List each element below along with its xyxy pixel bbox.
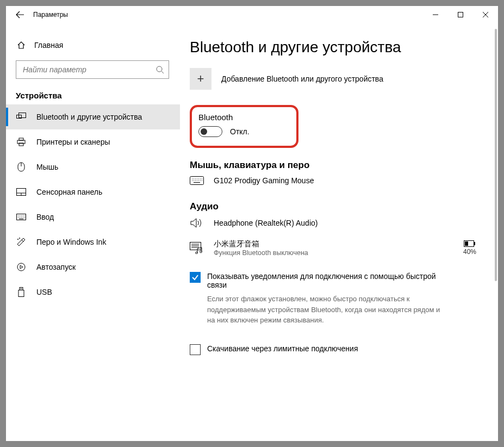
nav-label: Перо и Windows Ink: [36, 238, 106, 246]
close-icon: [483, 12, 488, 17]
back-button[interactable]: [11, 6, 29, 23]
swift-pair-help: Если этот флажок установлен, можно быстр…: [207, 294, 441, 326]
device-headphone-row[interactable]: Headphone (Realtek(R) Audio): [190, 218, 476, 228]
scrollbar-thumb[interactable]: [495, 29, 497, 281]
nav-label: Мышь: [36, 163, 58, 171]
device-mouse-row[interactable]: G102 Prodigy Gaming Mouse: [190, 176, 476, 185]
scrollbar[interactable]: [495, 29, 497, 436]
touchpad-icon: [16, 188, 27, 196]
bluetooth-devices-icon: [16, 113, 27, 121]
battery-icon: [464, 240, 476, 247]
svg-rect-25: [474, 242, 475, 245]
window-buttons: [423, 6, 498, 23]
metered-checkbox[interactable]: [190, 344, 201, 355]
battery-percent: 40%: [463, 248, 476, 256]
nav-label: Принтеры и сканеры: [36, 138, 110, 146]
nav-autoplay[interactable]: Автозапуск: [6, 254, 180, 280]
swift-pair-label: Показывать уведомления для подключения с…: [207, 272, 441, 289]
svg-rect-0: [458, 13, 463, 17]
mouse-icon: [16, 162, 27, 172]
nav-label: Автозапуск: [36, 263, 76, 271]
nav-label: Сенсорная панель: [36, 188, 102, 196]
svg-rect-5: [19, 138, 23, 140]
back-arrow-icon: [16, 10, 24, 19]
search-box[interactable]: [16, 60, 169, 79]
nav-pen[interactable]: Перо и Windows Ink: [6, 229, 180, 254]
swift-pair-checkbox[interactable]: [190, 272, 201, 283]
check-icon: [191, 274, 199, 281]
bluetooth-label: Bluetooth: [198, 113, 280, 122]
svg-rect-17: [18, 290, 24, 297]
nav-list: Bluetooth и другие устройства Принтеры и…: [6, 104, 180, 305]
svg-point-15: [17, 263, 25, 271]
svg-point-13: [17, 239, 18, 240]
svg-point-1: [157, 66, 162, 72]
nav-touchpad[interactable]: Сенсорная панель: [6, 179, 180, 204]
bluetooth-toggle[interactable]: [198, 126, 222, 137]
maximize-icon: [458, 12, 463, 17]
keyboard-device-icon: [190, 176, 204, 185]
svg-rect-16: [20, 288, 23, 290]
sidebar: Главная Устройства Bluetooth и другие ус…: [6, 23, 180, 441]
add-device-row[interactable]: + Добавление Bluetooth или другого устро…: [190, 68, 476, 90]
settings-window: Параметры Главная: [6, 6, 498, 441]
device-mouse-name: G102 Prodigy Gaming Mouse: [214, 176, 314, 185]
nav-label: Bluetooth и другие устройства: [36, 113, 142, 121]
nav-label: Ввод: [36, 213, 54, 221]
device-speaker-sub: Функция Bluetooth выключена: [214, 249, 308, 257]
minimize-button[interactable]: [423, 6, 448, 23]
media-device-icon: [190, 242, 204, 254]
close-button[interactable]: [473, 6, 498, 23]
device-speaker-name: 小米蓝牙音箱: [214, 239, 308, 249]
nav-label: USB: [36, 288, 52, 296]
minimize-icon: [433, 12, 438, 17]
keyboard-icon: [16, 214, 27, 220]
main-content: Bluetooth и другие устройства + Добавлен…: [180, 23, 498, 441]
metered-row[interactable]: Скачивание через лимитные подключения: [190, 344, 476, 355]
titlebar: Параметры: [6, 6, 498, 23]
nav-bluetooth[interactable]: Bluetooth и другие устройства: [6, 104, 180, 129]
nav-mouse[interactable]: Мышь: [6, 154, 180, 179]
add-device-label: Добавление Bluetooth или другого устройс…: [221, 74, 383, 83]
device-speaker-battery: 40%: [463, 240, 476, 256]
home-link[interactable]: Главная: [6, 34, 180, 56]
bluetooth-state: Откл.: [230, 127, 250, 136]
section-audio-heading: Аудио: [190, 201, 476, 212]
category-title: Устройства: [6, 79, 180, 104]
search-icon: [155, 65, 164, 74]
plus-icon: +: [197, 72, 204, 86]
svg-point-14: [19, 238, 20, 239]
device-speaker-row[interactable]: 小米蓝牙音箱 Функция Bluetooth выключена 40%: [190, 239, 476, 257]
section-mouse-heading: Мышь, клавиатура и перо: [190, 160, 476, 171]
printer-icon: [16, 138, 27, 146]
swift-pair-row[interactable]: Показывать уведомления для подключения с…: [190, 272, 476, 289]
window-title: Параметры: [33, 11, 68, 18]
home-label: Главная: [34, 41, 63, 49]
pen-icon: [16, 238, 27, 246]
page-heading: Bluetooth и другие устройства: [190, 39, 476, 56]
usb-icon: [16, 287, 27, 297]
toggle-knob: [201, 128, 207, 135]
nav-typing[interactable]: Ввод: [6, 204, 180, 229]
metered-label: Скачивание через лимитные подключения: [207, 344, 358, 353]
search-input[interactable]: [22, 65, 155, 74]
bluetooth-toggle-highlight: Bluetooth Откл.: [190, 105, 298, 148]
device-headphone-name: Headphone (Realtek(R) Audio): [214, 219, 318, 227]
add-device-button[interactable]: +: [190, 68, 211, 90]
maximize-button[interactable]: [448, 6, 473, 23]
svg-rect-26: [465, 241, 468, 246]
speaker-sound-icon: [190, 218, 204, 228]
nav-usb[interactable]: USB: [6, 280, 180, 305]
home-icon: [16, 41, 27, 49]
nav-printers[interactable]: Принтеры и сканеры: [6, 129, 180, 154]
autoplay-icon: [16, 263, 27, 271]
